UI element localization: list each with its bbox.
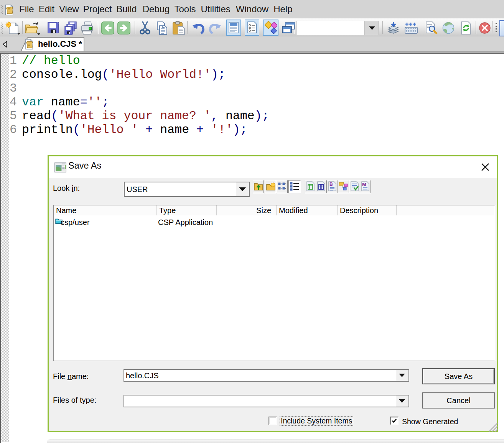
svg-text:B: B — [329, 182, 333, 187]
svg-text:M: M — [362, 182, 366, 187]
